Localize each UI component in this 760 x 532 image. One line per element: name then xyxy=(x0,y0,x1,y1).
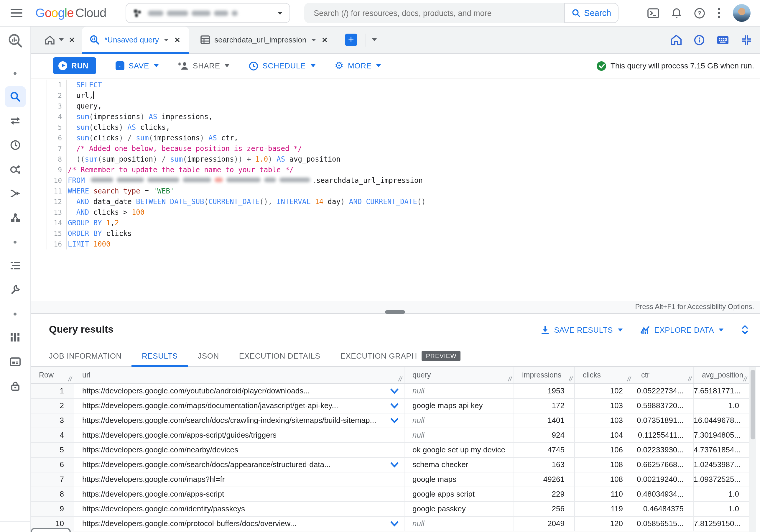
keyboard-shortcuts-icon[interactable] xyxy=(717,36,729,44)
explore-data-button[interactable]: EXPLORE DATA xyxy=(640,325,724,334)
avatar[interactable] xyxy=(733,4,751,22)
sidebar-item-capacity[interactable] xyxy=(4,351,25,372)
code-line[interactable]: 15ORDER BY clicks xyxy=(47,228,426,239)
sidebar-item-sql-workspace[interactable] xyxy=(4,86,25,107)
tab-unsaved-query[interactable]: *Unsaved query ✕ xyxy=(82,26,189,53)
column-header-clicks[interactable]: clicks xyxy=(574,367,633,383)
expand-results-icon[interactable] xyxy=(741,325,749,334)
run-button[interactable]: RUN xyxy=(53,57,96,74)
column-resize-handle[interactable] xyxy=(69,376,71,381)
more-options-icon[interactable] xyxy=(718,8,721,18)
sidebar-item-dot-3[interactable] xyxy=(4,303,25,324)
query-cell: ok google set up my device xyxy=(404,442,513,457)
column-header-query[interactable]: query xyxy=(404,367,513,383)
column-resize-handle[interactable] xyxy=(689,376,691,381)
code-line[interactable]: 8 ((sum(sum_position) / sum(impressions)… xyxy=(47,154,426,165)
sidebar-item-dataform[interactable] xyxy=(4,183,25,204)
column-resize-handle[interactable] xyxy=(508,376,511,381)
column-header-ctr[interactable]: ctr xyxy=(633,367,693,383)
code-line[interactable]: 9/* Remember to update the table name to… xyxy=(47,165,426,175)
impressions-cell: 2049 xyxy=(513,516,574,531)
sidebar-item-administration[interactable] xyxy=(4,279,25,300)
sql-editor[interactable]: 1 SELECT2 url,3 query,4 sum(impressions)… xyxy=(31,78,760,301)
expand-row-button[interactable] xyxy=(389,417,399,423)
code-line[interactable]: 2 url, xyxy=(47,90,426,101)
results-tab-results[interactable]: RESULTS xyxy=(132,345,188,366)
cloud-shell-icon[interactable] xyxy=(647,8,659,18)
ctr-cell: 0.00219240... xyxy=(633,472,693,487)
code-line[interactable]: 10FROM .searchdata_url_impression xyxy=(47,175,426,186)
results-horizontal-scrollbar[interactable] xyxy=(31,528,71,532)
line-number: 13 xyxy=(47,207,67,218)
help-icon[interactable]: ? xyxy=(694,7,705,19)
sidebar-item-data-quality[interactable] xyxy=(4,159,25,180)
save-button[interactable]: SAVE xyxy=(116,61,159,70)
code-line[interactable]: 11WHERE search_type = 'WEB' xyxy=(47,186,426,196)
column-resize-handle[interactable] xyxy=(744,376,747,381)
code-line[interactable]: 13 AND clicks > 100 xyxy=(47,207,426,218)
sidebar-item-migration[interactable] xyxy=(4,255,25,276)
impressions-cell: 229 xyxy=(513,487,574,501)
sidebar-item-monitoring[interactable] xyxy=(4,327,25,348)
home-tab-caret-icon[interactable] xyxy=(59,38,64,41)
sidebar-item-data-transfers[interactable] xyxy=(4,110,25,131)
info-icon[interactable] xyxy=(694,34,705,45)
sidebar-item-dot-1[interactable] xyxy=(4,63,25,84)
column-resize-handle[interactable] xyxy=(399,376,402,381)
code-line[interactable]: 14GROUP BY 1,2 xyxy=(47,218,426,228)
results-tab-execution-details[interactable]: EXECUTION DETAILS xyxy=(229,345,330,366)
code-line[interactable]: 3 query, xyxy=(47,101,426,112)
tab-home[interactable]: ✕ xyxy=(45,34,76,45)
code-line[interactable]: 12 AND data_date BETWEEN DATE_SUB(CURREN… xyxy=(47,196,426,207)
column-header-impressions[interactable]: impressions xyxy=(513,367,574,383)
collapse-panels-icon[interactable] xyxy=(741,34,752,45)
search-button[interactable]: Search xyxy=(564,3,619,23)
schedule-button[interactable]: SCHEDULE xyxy=(249,61,315,71)
expand-row-button[interactable] xyxy=(389,461,399,467)
column-header-avg_position[interactable]: avg_position xyxy=(693,367,749,383)
results-tab-execution-graph[interactable]: EXECUTION GRAPHPREVIEW xyxy=(330,345,470,366)
code-line[interactable]: 4 sum(impressions) AS impressions, xyxy=(47,112,426,122)
code-line[interactable]: 6 sum(clicks) / sum(impressions) AS ctr, xyxy=(47,133,426,143)
column-header-row[interactable]: Row xyxy=(31,367,74,383)
sidebar-item-scheduled-queries[interactable] xyxy=(4,134,25,156)
expand-row-button[interactable] xyxy=(389,520,399,526)
more-button[interactable]: ⚙ MORE xyxy=(335,61,381,70)
sidebar-item-secure[interactable] xyxy=(4,375,25,396)
table-row: 5https://developers.google.com/nearby/de… xyxy=(31,442,749,457)
search-input[interactable] xyxy=(304,3,564,23)
column-resize-handle[interactable] xyxy=(569,376,572,381)
share-button[interactable]: SHARE xyxy=(178,61,230,70)
tab-unsaved-query-caret-icon[interactable] xyxy=(164,39,168,41)
results-tab-job-information[interactable]: JOB INFORMATION xyxy=(39,345,132,366)
tab-searchdata-caret-icon[interactable] xyxy=(311,39,316,41)
query-cell: google apps script xyxy=(404,487,513,501)
code-line[interactable]: 5 sum(clicks) AS clicks, xyxy=(47,122,426,133)
swap-arrows-icon xyxy=(10,117,20,125)
impressions-cell: 172 xyxy=(513,398,574,413)
tab-unsaved-query-close-icon[interactable]: ✕ xyxy=(173,34,181,45)
column-header-url[interactable]: url xyxy=(74,367,404,383)
project-selector[interactable] xyxy=(125,3,290,23)
expand-row-button[interactable] xyxy=(389,403,399,409)
card-icon xyxy=(10,357,20,366)
column-resize-handle[interactable] xyxy=(628,376,631,381)
results-tab-json[interactable]: JSON xyxy=(188,345,229,366)
tab-searchdata-close-icon[interactable]: ✕ xyxy=(320,34,329,45)
code-line[interactable]: 7 /* Added one below, because position i… xyxy=(47,143,426,154)
notifications-icon[interactable] xyxy=(672,7,682,19)
results-vertical-scrollbar[interactable] xyxy=(749,367,756,532)
code-line[interactable]: 1 SELECT xyxy=(47,80,426,90)
save-results-button[interactable]: SAVE RESULTS xyxy=(540,325,622,334)
welcome-home-icon[interactable] xyxy=(671,35,682,45)
code-line[interactable]: 16LIMIT 1000 xyxy=(47,239,426,250)
tab-searchdata-url-impression[interactable]: searchdata_url_impression ✕ xyxy=(193,26,336,53)
sidebar-item-dot-2[interactable] xyxy=(4,231,25,253)
main-menu-icon[interactable] xyxy=(11,9,23,17)
expand-row-button[interactable] xyxy=(389,388,399,394)
panel-resize-handle[interactable] xyxy=(385,310,405,314)
new-tab-button[interactable]: + xyxy=(345,34,357,46)
tab-overflow-caret-icon[interactable] xyxy=(372,38,377,41)
sidebar-item-analytics-hub[interactable] xyxy=(4,207,25,228)
home-tab-close-icon[interactable]: ✕ xyxy=(68,34,76,45)
